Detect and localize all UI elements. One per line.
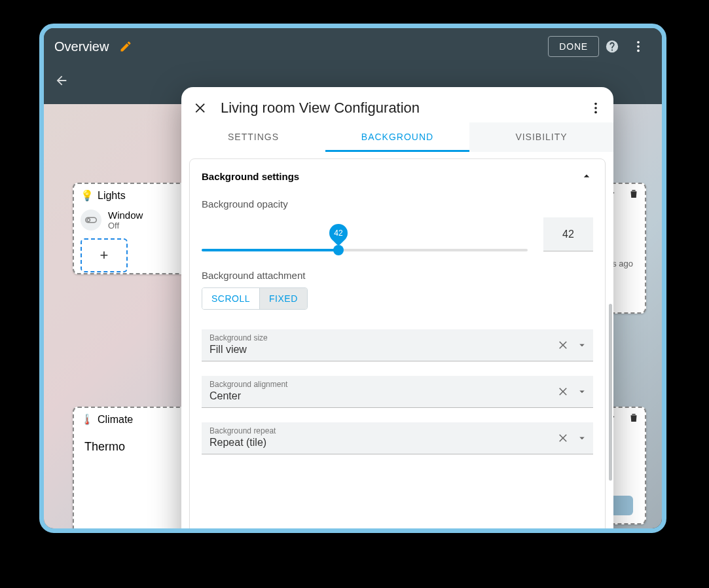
app-topbar: Overview DONE [44,28,662,65]
kebab-icon[interactable] [589,101,603,115]
thermometer-icon: 🌡️ [81,413,94,426]
slider-thumb[interactable] [333,245,344,255]
chevron-up-icon[interactable] [580,170,593,183]
slider-fill [202,249,338,251]
tab-visibility[interactable]: VISIBILITY [469,122,613,152]
chevron-down-icon[interactable] [576,386,588,397]
opacity-slider[interactable]: 42 [202,230,528,251]
tab-background[interactable]: BACKGROUND [325,122,469,152]
climate-title: Climate [98,414,133,426]
device-frame: Overview DONE 💡 Lights Window [39,24,666,533]
help-icon[interactable] [599,33,625,60]
panel-title: Background settings [202,171,299,182]
trash-icon[interactable] [628,188,640,200]
attachment-label: Background attachment [202,270,593,281]
svg-point-1 [637,45,640,48]
background-alignment-select[interactable]: Background alignment Center [202,376,593,408]
page-title: Overview [54,39,109,54]
svg-point-23 [594,103,597,105]
repeat-value: Repeat (tile) [209,435,585,449]
done-button[interactable]: DONE [548,36,599,57]
light-name: Window [108,210,143,221]
bulb-icon: 💡 [81,189,94,202]
slider-bubble: 42 [325,220,352,246]
slider-track [202,249,528,251]
trash-icon[interactable] [628,412,640,424]
light-state: Off [108,221,143,230]
attachment-scroll[interactable]: SCROLL [202,288,260,309]
svg-point-25 [594,111,597,114]
background-size-select[interactable]: Background size Fill view [202,329,593,361]
size-value: Fill view [209,342,585,356]
chevron-down-icon[interactable] [576,339,588,351]
attachment-toggle: SCROLL FIXED [202,287,308,310]
lights-title: Lights [98,190,126,202]
modal-body: Background settings Background opacity 4… [181,152,613,533]
modal-title: Living room View Configuration [221,100,578,117]
plus-icon: + [100,247,109,264]
scrollbar[interactable] [609,304,612,481]
size-label: Background size [209,333,585,342]
svg-point-2 [637,50,640,52]
svg-point-4 [87,219,90,222]
opacity-input[interactable] [543,217,593,251]
background-repeat-select[interactable]: Background repeat Repeat (tile) [202,422,593,454]
view-config-modal: Living room View Configuration SETTINGS … [181,87,613,533]
opacity-row: 42 [202,217,593,251]
modal-tabs: SETTINGS BACKGROUND VISIBILITY [181,122,613,152]
pencil-icon[interactable] [119,40,132,53]
svg-point-24 [594,107,597,109]
switch-icon [81,210,101,230]
kebab-icon[interactable] [625,33,651,60]
modal-header: Living room View Configuration [181,87,613,122]
svg-point-0 [637,41,640,44]
clear-icon[interactable] [558,339,570,351]
opacity-label: Background opacity [202,198,593,210]
attachment-fixed[interactable]: FIXED [260,288,307,309]
background-settings-panel: Background settings Background opacity 4… [189,158,606,533]
add-button[interactable]: + [81,238,128,272]
chevron-down-icon[interactable] [576,432,588,444]
tab-settings[interactable]: SETTINGS [181,122,325,152]
back-arrow-icon[interactable] [54,73,69,88]
alignment-value: Center [209,389,585,402]
clear-icon[interactable] [558,432,570,444]
alignment-label: Background alignment [209,380,585,389]
clear-icon[interactable] [558,386,570,397]
repeat-label: Background repeat [209,426,585,435]
close-icon[interactable] [192,99,210,117]
